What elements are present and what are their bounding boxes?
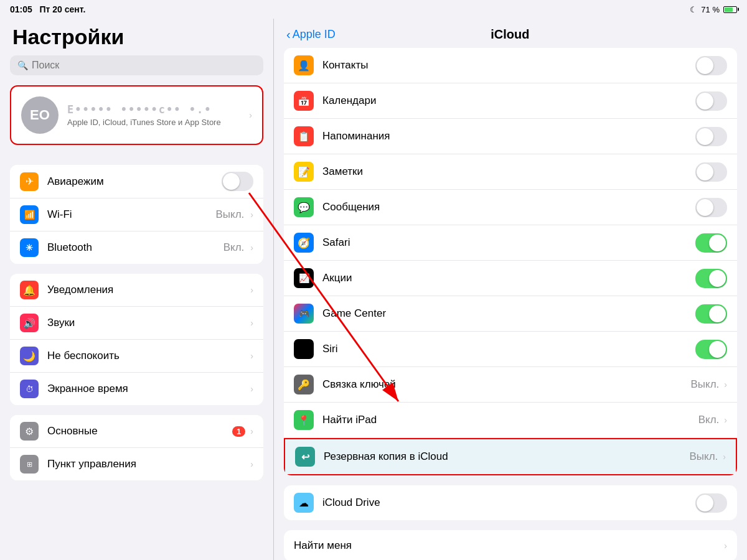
findpad-label: Найти iPad bbox=[322, 414, 698, 426]
search-input[interactable] bbox=[32, 60, 256, 71]
airplane-toggle[interactable] bbox=[222, 172, 253, 191]
findpad-icon: 📍 bbox=[294, 410, 314, 430]
search-bar[interactable]: 🔍 bbox=[10, 55, 263, 75]
airplane-icon: ✈ bbox=[20, 172, 39, 191]
settings-item-controlcenter[interactable]: ⊞ Пункт управления › bbox=[10, 448, 263, 480]
keychain-value: Выкл. bbox=[690, 378, 719, 391]
contacts-toggle[interactable] bbox=[695, 56, 727, 75]
sounds-label: Звуки bbox=[47, 317, 248, 329]
find-me-section: Найти меня › bbox=[284, 530, 737, 560]
siri-label: Siri bbox=[322, 343, 695, 355]
settings-section-personal: 🔔 Уведомления › 🔊 Звуки › 🌙 Не беспокоит… bbox=[10, 274, 263, 405]
gamecenter-toggle[interactable] bbox=[695, 304, 727, 324]
battery-icon bbox=[723, 6, 737, 13]
main-layout: Настройки 🔍 ЕО Е••••• •••••с•• •.• Apple… bbox=[0, 19, 747, 560]
wifi-chevron: › bbox=[250, 210, 253, 220]
settings-item-airplane[interactable]: ✈ Авиарежим bbox=[10, 165, 263, 198]
back-label: Apple ID bbox=[293, 28, 336, 41]
settings-section-system: ⚙ Основные 1 › ⊞ Пункт управления › bbox=[10, 415, 263, 480]
icloud-item-notes[interactable]: 📝 Заметки bbox=[284, 154, 737, 190]
controlcenter-icon: ⊞ bbox=[20, 455, 39, 474]
settings-panel: Настройки 🔍 ЕО Е••••• •••••с•• •.• Apple… bbox=[0, 19, 274, 560]
icloud-item-reminders[interactable]: 📋 Напоминания bbox=[284, 119, 737, 154]
icloud-item-stocks[interactable]: 📈 Акции bbox=[284, 261, 737, 296]
keychain-chevron: › bbox=[724, 380, 727, 390]
calendar-icon: 📅 bbox=[294, 91, 314, 111]
settings-item-notifications[interactable]: 🔔 Уведомления › bbox=[10, 274, 263, 307]
back-button[interactable]: ‹ Apple ID bbox=[286, 27, 336, 42]
profile-card[interactable]: ЕО Е••••• •••••с•• •.• Apple ID, iCloud,… bbox=[10, 85, 263, 145]
status-bar: 01:05 Пт 20 сент. ☾ 71 % bbox=[0, 0, 747, 19]
drive-label: iCloud Drive bbox=[322, 497, 695, 509]
keychain-label: Связка ключей bbox=[322, 378, 690, 391]
findpad-value: Вкл. bbox=[698, 414, 720, 426]
reminders-toggle[interactable] bbox=[695, 127, 727, 146]
drive-toggle[interactable] bbox=[695, 493, 727, 513]
safari-icon: 🧭 bbox=[294, 233, 314, 253]
reminders-label: Напоминания bbox=[322, 130, 695, 142]
wifi-icon: 📶 bbox=[20, 205, 39, 224]
keychain-icon: 🔑 bbox=[294, 375, 314, 394]
icloud-item-findpad[interactable]: 📍 Найти iPad Вкл. › bbox=[284, 403, 737, 438]
settings-list: ✈ Авиарежим 📶 Wi-Fi Выкл. › ✳ Bluetooth … bbox=[0, 149, 273, 560]
icloud-item-keychain[interactable]: 🔑 Связка ключей Выкл. › bbox=[284, 367, 737, 403]
icloud-title: iCloud bbox=[336, 27, 685, 42]
settings-item-sounds[interactable]: 🔊 Звуки › bbox=[10, 307, 263, 340]
find-me-chevron: › bbox=[724, 541, 727, 551]
notifications-icon: 🔔 bbox=[20, 281, 39, 299]
icloud-item-backup[interactable]: ↩ Резервная копия в iCloud Выкл. › bbox=[284, 438, 737, 475]
icloud-item-gamecenter[interactable]: 🎮 Game Center bbox=[284, 296, 737, 332]
notes-label: Заметки bbox=[322, 166, 695, 178]
icloud-header: ‹ Apple ID iCloud bbox=[274, 19, 747, 48]
notifications-chevron: › bbox=[250, 285, 253, 295]
icloud-item-siri[interactable]: 🎙 Siri bbox=[284, 332, 737, 367]
icloud-item-messages[interactable]: 💬 Сообщения bbox=[284, 190, 737, 225]
wifi-label: Wi-Fi bbox=[47, 208, 215, 221]
icloud-item-safari[interactable]: 🧭 Safari bbox=[284, 225, 737, 261]
find-me-label: Найти меня bbox=[294, 539, 721, 552]
back-chevron-icon: ‹ bbox=[286, 27, 291, 42]
settings-item-general[interactable]: ⚙ Основные 1 › bbox=[10, 415, 263, 448]
profile-name: Е••••• •••••с•• •.• bbox=[67, 103, 238, 116]
messages-toggle[interactable] bbox=[695, 198, 727, 217]
settings-item-bluetooth[interactable]: ✳ Bluetooth Вкл. › bbox=[10, 231, 263, 264]
icloud-item-drive[interactable]: ☁ iCloud Drive bbox=[284, 485, 737, 520]
moon-icon: ☾ bbox=[690, 5, 697, 14]
safari-toggle[interactable] bbox=[695, 233, 727, 253]
gamecenter-icon: 🎮 bbox=[294, 304, 314, 324]
bluetooth-chevron: › bbox=[250, 243, 253, 253]
general-chevron: › bbox=[250, 426, 253, 436]
profile-info: Е••••• •••••с•• •.• Apple ID, iCloud, iT… bbox=[67, 103, 238, 127]
general-icon: ⚙ bbox=[20, 422, 39, 441]
general-label: Основные bbox=[47, 425, 232, 437]
safari-label: Safari bbox=[322, 236, 695, 249]
stocks-label: Акции bbox=[322, 272, 695, 284]
backup-chevron: › bbox=[723, 452, 726, 462]
settings-title: Настройки bbox=[0, 19, 273, 55]
avatar: ЕО bbox=[21, 96, 59, 134]
bluetooth-icon: ✳ bbox=[20, 238, 39, 257]
icloud-list: 👤 Контакты 📅 Календари 📋 Напоминания 📝 bbox=[274, 48, 747, 560]
stocks-toggle[interactable] bbox=[695, 269, 727, 288]
notes-toggle[interactable] bbox=[695, 162, 727, 182]
bluetooth-value: Вкл. bbox=[223, 241, 245, 254]
icloud-item-contacts[interactable]: 👤 Контакты bbox=[284, 48, 737, 83]
backup-label: Резервная копия в iCloud bbox=[324, 450, 689, 463]
icloud-apps-section: 👤 Контакты 📅 Календари 📋 Напоминания 📝 bbox=[284, 48, 737, 475]
icloud-item-calendar[interactable]: 📅 Календари bbox=[284, 83, 737, 119]
siri-icon: 🎙 bbox=[294, 339, 314, 359]
dnd-icon: 🌙 bbox=[20, 347, 39, 365]
settings-item-wifi[interactable]: 📶 Wi-Fi Выкл. › bbox=[10, 198, 263, 231]
wifi-value: Выкл. bbox=[215, 208, 244, 221]
settings-item-screentime[interactable]: ⏱ Экранное время › bbox=[10, 373, 263, 405]
messages-icon: 💬 bbox=[294, 197, 314, 217]
screentime-label: Экранное время bbox=[47, 383, 248, 395]
findpad-chevron: › bbox=[724, 415, 727, 425]
siri-toggle[interactable] bbox=[695, 340, 727, 359]
find-me-item[interactable]: Найти меня › bbox=[284, 530, 737, 560]
calendar-toggle[interactable] bbox=[695, 91, 727, 111]
controlcenter-label: Пункт управления bbox=[47, 458, 248, 470]
settings-item-dnd[interactable]: 🌙 Не беспокоить › bbox=[10, 340, 263, 373]
calendar-label: Календари bbox=[322, 95, 695, 107]
drive-icon: ☁ bbox=[294, 493, 314, 513]
